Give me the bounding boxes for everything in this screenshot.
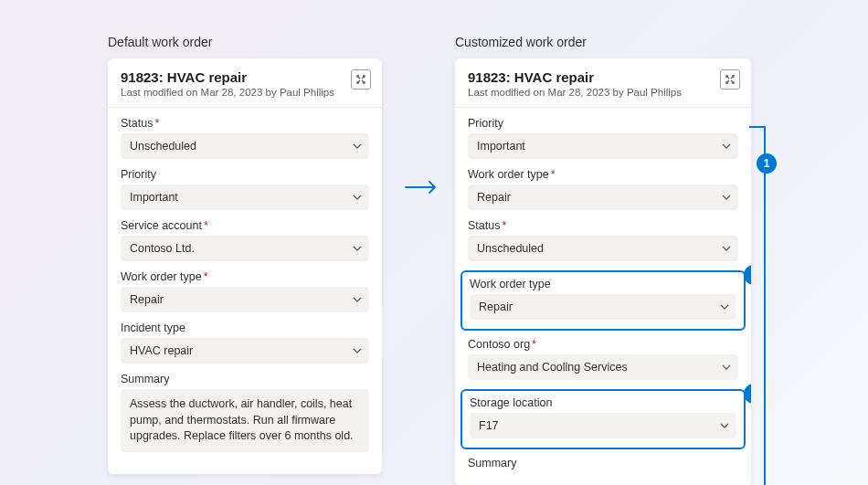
work-order-type-2-select[interactable]: Repair bbox=[470, 294, 736, 320]
priority-value: Important bbox=[477, 140, 525, 153]
customized-card: 91823: HVAC repair Last modified on Mar … bbox=[455, 58, 751, 485]
chevron-down-icon bbox=[722, 244, 731, 253]
priority-label: Priority bbox=[121, 168, 369, 181]
work-order-type-label: Work order type* bbox=[468, 168, 738, 181]
chevron-down-icon bbox=[353, 142, 362, 151]
card-title: 91823: HVAC repair bbox=[468, 69, 738, 85]
expand-button[interactable] bbox=[720, 69, 740, 90]
priority-value: Important bbox=[130, 191, 178, 204]
arrow-right-icon bbox=[404, 179, 440, 199]
status-select[interactable]: Unscheduled bbox=[121, 133, 369, 159]
callout-field-2: Work order type Repair 2 bbox=[460, 270, 746, 331]
card-title: 91823: HVAC repair bbox=[121, 69, 369, 85]
card-header: 91823: HVAC repair Last modified on Mar … bbox=[108, 58, 382, 108]
incident-type-value: HVAC repair bbox=[130, 344, 193, 357]
status-label: Status* bbox=[121, 117, 369, 130]
priority-select[interactable]: Important bbox=[121, 185, 369, 210]
default-heading: Default work order bbox=[108, 35, 382, 49]
work-order-type-select[interactable]: Repair bbox=[468, 185, 738, 210]
card-subtitle: Last modified on Mar 28, 2023 by Paul Ph… bbox=[121, 87, 369, 98]
expand-icon bbox=[355, 74, 366, 85]
card-header: 91823: HVAC repair Last modified on Mar … bbox=[455, 58, 751, 108]
storage-location-select[interactable]: F17 bbox=[470, 413, 736, 438]
callout-badge-1: 1 bbox=[757, 153, 777, 174]
chevron-down-icon bbox=[722, 363, 731, 372]
incident-type-label: Incident type bbox=[121, 322, 369, 334]
chevron-down-icon bbox=[353, 193, 362, 202]
work-order-type-value: Repair bbox=[477, 191, 511, 204]
storage-location-value: F17 bbox=[479, 419, 499, 432]
service-account-select[interactable]: Contoso Ltd. bbox=[121, 236, 369, 261]
summary-label: Summary bbox=[121, 373, 369, 385]
incident-type-select[interactable]: HVAC repair bbox=[121, 338, 369, 364]
work-order-type-value: Repair bbox=[130, 293, 164, 306]
service-account-label: Service account* bbox=[121, 219, 369, 232]
customized-heading: Customized work order bbox=[455, 35, 751, 49]
work-order-type-label: Work order type* bbox=[121, 270, 369, 283]
priority-select[interactable]: Important bbox=[468, 133, 738, 159]
chevron-down-icon bbox=[720, 302, 729, 311]
chevron-down-icon bbox=[722, 142, 731, 151]
status-value: Unscheduled bbox=[130, 140, 196, 153]
expand-icon bbox=[725, 74, 736, 85]
chevron-down-icon bbox=[353, 346, 362, 355]
contoso-org-value: Heating and Cooling Services bbox=[477, 361, 628, 374]
summary-label: Summary bbox=[468, 457, 738, 469]
chevron-down-icon bbox=[353, 244, 362, 253]
summary-textarea[interactable]: Assess the ductwork, air handler, coils,… bbox=[121, 389, 369, 452]
callout-connector-1 bbox=[749, 126, 766, 485]
contoso-org-label: Contoso org* bbox=[468, 338, 738, 351]
contoso-org-select[interactable]: Heating and Cooling Services bbox=[468, 354, 738, 380]
default-card: 91823: HVAC repair Last modified on Mar … bbox=[108, 58, 382, 474]
card-subtitle: Last modified on Mar 28, 2023 by Paul Ph… bbox=[468, 87, 738, 98]
storage-location-label: Storage location bbox=[470, 396, 736, 409]
chevron-down-icon bbox=[353, 295, 362, 304]
priority-label: Priority bbox=[468, 117, 738, 130]
work-order-type-2-value: Repair bbox=[479, 300, 513, 313]
work-order-type-2-label: Work order type bbox=[470, 278, 736, 290]
summary-value: Assess the ductwork, air handler, coils,… bbox=[130, 397, 354, 442]
status-select[interactable]: Unscheduled bbox=[468, 236, 738, 261]
chevron-down-icon bbox=[722, 193, 731, 202]
chevron-down-icon bbox=[720, 421, 729, 430]
work-order-type-select[interactable]: Repair bbox=[121, 287, 369, 312]
expand-button[interactable] bbox=[351, 69, 371, 90]
status-value: Unscheduled bbox=[477, 242, 544, 255]
service-account-value: Contoso Ltd. bbox=[130, 242, 195, 255]
callout-field-3: Storage location F17 3 bbox=[460, 389, 746, 449]
status-label: Status* bbox=[468, 219, 738, 232]
